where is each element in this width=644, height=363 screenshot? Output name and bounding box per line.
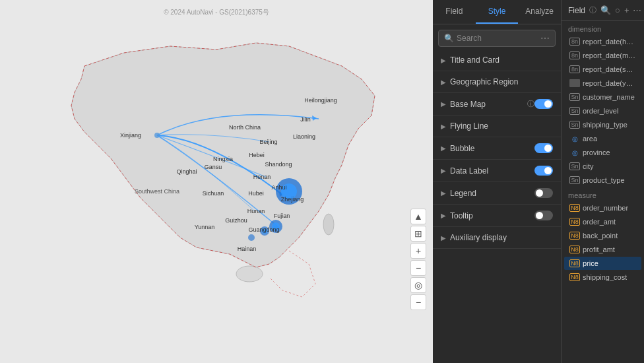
svg-point-12 xyxy=(154,133,160,138)
field-item-province[interactable]: ◎ province xyxy=(564,146,641,159)
zoom-in-control[interactable]: + xyxy=(410,243,426,259)
field-item-report-date-minute[interactable]: 8n report_date(minute) xyxy=(564,49,641,62)
style-panel: Field Style Analyze 🔍 ⋯ ▶ Title and Card… xyxy=(433,0,562,363)
china-map-svg: Xinjiang Heilongjiang Jilin Liaoning Nor… xyxy=(0,0,433,363)
legend-toggle[interactable] xyxy=(534,188,553,198)
chevron-icon: ▶ xyxy=(441,79,446,86)
svg-text:Hebei: Hebei xyxy=(249,152,265,158)
field-type-icon: Sn xyxy=(569,93,580,101)
field-name: shipping_type xyxy=(583,121,628,129)
style-item-label: Tooltip xyxy=(450,211,534,220)
field-name: order_number xyxy=(583,204,628,212)
style-item-base-map[interactable]: ▶ Base Map ⓘ xyxy=(433,93,561,116)
field-name: customer_name xyxy=(583,93,635,101)
style-item-label: Legend xyxy=(450,189,534,198)
svg-text:Gansu: Gansu xyxy=(205,164,222,170)
field-item-report-date-hour[interactable]: 8n report_date(hour) xyxy=(564,35,641,48)
field-item-back-point[interactable]: N8 back_point xyxy=(564,229,641,242)
chevron-icon: ▶ xyxy=(441,212,446,219)
field-item-shipping-cost[interactable]: N8 shipping_cost xyxy=(564,271,641,284)
field-info-icon: ⓘ xyxy=(589,5,596,15)
compass-control[interactable]: ▲ xyxy=(410,209,426,224)
field-item-customer-name[interactable]: Sn customer_name xyxy=(564,90,641,104)
svg-text:Hunan: Hunan xyxy=(247,208,265,214)
field-type-icon: 8n xyxy=(569,38,580,46)
search-icon: 🔍 xyxy=(444,34,454,43)
field-item-report-date-ymdh[interactable]: report_date(ymdh... xyxy=(564,77,641,90)
style-item-flying-line[interactable]: ▶ Flying Line xyxy=(433,116,561,137)
field-type-icon: N8 xyxy=(569,204,580,212)
field-panel-header: Field ⓘ 🔍 ○ + ⋯ xyxy=(562,0,644,21)
svg-text:Anhui: Anhui xyxy=(271,184,286,191)
chevron-icon: ▶ xyxy=(441,189,446,197)
svg-text:North China: North China xyxy=(229,124,261,131)
tab-analyze[interactable]: Analyze xyxy=(518,0,561,24)
field-more-icon[interactable]: ⋯ xyxy=(633,5,641,15)
style-item-bubble[interactable]: ▶ Bubble xyxy=(433,137,561,160)
style-item-tooltip[interactable]: ▶ Tooltip xyxy=(433,205,561,227)
zoom-out2-control[interactable]: − xyxy=(410,294,426,310)
field-type-icon: Sn xyxy=(569,162,580,170)
field-name: order_amt xyxy=(583,218,616,226)
field-name: shipping_cost xyxy=(583,273,627,281)
dimension-section-label: Dimension xyxy=(562,21,644,34)
field-item-area[interactable]: ◎ area xyxy=(564,132,641,145)
field-type-icon xyxy=(569,79,580,87)
svg-text:Qinghai: Qinghai xyxy=(176,168,197,175)
svg-text:Liaoning: Liaoning xyxy=(293,133,315,140)
field-type-icon: Sn xyxy=(569,107,580,115)
style-item-label: Geographic Region xyxy=(450,77,553,86)
field-type-icon: N8 xyxy=(569,232,580,240)
locate-control[interactable]: ◎ xyxy=(410,277,426,293)
field-search-icon[interactable]: 🔍 xyxy=(600,5,611,15)
svg-text:Henan: Henan xyxy=(253,174,271,180)
field-circle-icon[interactable]: ○ xyxy=(615,5,620,15)
field-item-report-date-second[interactable]: 8n report_date(second) xyxy=(564,63,641,76)
field-type-icon: N8 xyxy=(569,259,580,267)
base-map-toggle[interactable] xyxy=(534,99,553,109)
info-icon: ⓘ xyxy=(527,99,534,109)
svg-point-1 xyxy=(323,214,334,235)
field-item-order-amt[interactable]: N8 order_amt xyxy=(564,215,641,228)
style-item-title-card[interactable]: ▶ Title and Card xyxy=(433,50,561,71)
svg-text:Heilongjiang: Heilongjiang xyxy=(304,97,337,104)
chevron-icon: ▶ xyxy=(441,123,446,130)
bubble-toggle[interactable] xyxy=(534,143,553,153)
chevron-icon: ▶ xyxy=(441,100,446,108)
svg-text:Guizhou: Guizhou xyxy=(225,217,247,224)
field-item-city[interactable]: Sn city xyxy=(564,160,641,173)
tooltip-toggle[interactable] xyxy=(534,211,553,220)
field-item-shipping-type[interactable]: Sn shipping_type xyxy=(564,118,641,131)
map-area: © 2024 AutoNavi - GS(2021)6375号 xyxy=(0,0,433,363)
zoom-box-control[interactable]: ⊞ xyxy=(410,226,426,242)
svg-point-11 xyxy=(248,234,255,241)
field-type-icon: N8 xyxy=(569,246,580,253)
field-item-order-level[interactable]: Sn order_level xyxy=(564,104,641,117)
style-search-bar: 🔍 ⋯ xyxy=(438,30,556,47)
style-item-label: Auxiliary display xyxy=(450,233,553,242)
search-more-icon[interactable]: ⋯ xyxy=(540,33,550,44)
field-name: order_level xyxy=(583,107,618,115)
style-item-geographic-region[interactable]: ▶ Geographic Region xyxy=(433,71,561,93)
style-item-auxiliary-display[interactable]: ▶ Auxiliary display xyxy=(433,227,561,249)
field-name: area xyxy=(583,135,597,143)
style-item-legend[interactable]: ▶ Legend xyxy=(433,182,561,205)
style-item-label: Data Label xyxy=(450,166,534,176)
field-name: report_date(minute) xyxy=(583,51,636,59)
field-add-icon[interactable]: + xyxy=(624,5,629,15)
zoom-out-control[interactable]: − xyxy=(410,260,426,276)
field-name: province xyxy=(583,148,610,156)
search-input[interactable] xyxy=(457,34,538,43)
field-header-icons: 🔍 ○ + ⋯ xyxy=(600,5,641,15)
field-item-order-number[interactable]: N8 order_number xyxy=(564,201,641,214)
field-item-product-type[interactable]: Sn product_type xyxy=(564,174,641,187)
tab-field[interactable]: Field xyxy=(433,0,476,24)
data-label-toggle[interactable] xyxy=(534,166,553,176)
field-item-profit-amt[interactable]: N8 profit_amt xyxy=(564,243,641,256)
field-type-icon: ◎ xyxy=(569,135,580,143)
field-type-icon: N8 xyxy=(569,218,580,226)
svg-text:Ningxia: Ningxia xyxy=(213,156,233,162)
field-item-price[interactable]: N8 price xyxy=(564,257,641,270)
tab-style[interactable]: Style xyxy=(476,0,519,24)
style-item-data-label[interactable]: ▶ Data Label xyxy=(433,160,561,182)
